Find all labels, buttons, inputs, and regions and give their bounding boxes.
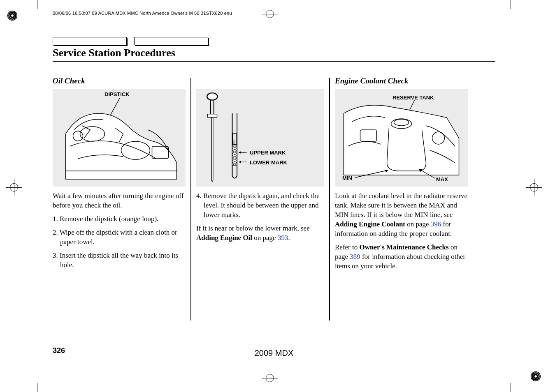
ref-adding-engine-coolant: Adding Engine Coolant	[335, 220, 405, 228]
svg-marker-43	[239, 151, 241, 154]
text-fragment: .	[288, 234, 290, 242]
oil-intro-text: Wait a few minutes after turning the eng…	[53, 191, 186, 210]
trim-line	[530, 15, 548, 15]
coolant-check-heading: Engine Coolant Check	[335, 76, 468, 85]
columns-container: Oil Check DIPSTICK	[53, 76, 495, 323]
oil-lower-mark-text: If it is near or below the lower mark, s…	[196, 224, 324, 243]
trim-line	[0, 15, 18, 15]
figure-reserve-tank: RESERVE TANK MIN MAX	[335, 89, 468, 187]
oil-step-2: 2. Wipe off the dipstick with a clean cl…	[60, 228, 186, 247]
column-1: Oil Check DIPSTICK	[53, 76, 190, 323]
trim-line	[511, 0, 511, 9]
svg-text:RCA: RCA	[232, 138, 235, 143]
trim-line	[37, 0, 37, 9]
oil-check-heading: Oil Check	[53, 76, 186, 85]
text-fragment: If it is near or below the lower mark, s…	[196, 224, 310, 232]
trim-line	[530, 377, 548, 377]
svg-marker-45	[239, 161, 241, 163]
page-body: Service Station Procedures Oil Check DIP…	[53, 37, 495, 323]
coolant-diagram-icon	[335, 89, 468, 187]
tab-boxes	[53, 37, 495, 45]
tab-box	[53, 37, 127, 45]
crosshair-left-icon	[6, 179, 22, 196]
footer-model-year: 2009 MDX	[0, 348, 548, 358]
print-registration-mark-tl	[7, 10, 18, 21]
page-link-396[interactable]: 396	[431, 220, 441, 228]
page-link-393[interactable]: 393	[278, 234, 288, 242]
ref-owners-maintenance-checks: Owner's Maintenance Checks	[359, 243, 448, 251]
crosshair-bottom-icon	[262, 370, 278, 386]
trim-line	[511, 383, 511, 392]
svg-rect-18	[207, 114, 217, 118]
coolant-p1: Look at the coolant level in the radiato…	[335, 191, 468, 239]
crosshair-right-icon	[526, 179, 542, 196]
page-title: Service Station Procedures	[53, 47, 495, 59]
figure-dipstick-marks: UPPER MARK LOWER MARK	[196, 89, 324, 187]
oil-step-3: 3. Insert the dipstick all the way back …	[60, 251, 186, 270]
oil-step-4: 4. Remove the dipstick again, and check …	[204, 191, 324, 220]
trim-line	[0, 377, 18, 377]
text-fragment: on page	[252, 234, 278, 242]
column-2: UPPER MARK LOWER MARK	[191, 76, 329, 323]
tab-box	[134, 37, 208, 45]
ref-adding-engine-oil: Adding Engine Oil	[196, 234, 252, 242]
figure-dipstick: DIPSTICK	[53, 89, 186, 187]
svg-point-15	[207, 93, 217, 100]
text-fragment: on page	[405, 220, 431, 228]
title-rule	[53, 61, 495, 62]
engine-diagram-icon	[53, 89, 186, 187]
crosshair-top-icon	[262, 6, 278, 22]
dipstick-diagram-icon: RCA	[196, 89, 324, 187]
coolant-p2: Refer to Owner's Maintenance Checks on p…	[335, 243, 468, 271]
page-link-389[interactable]: 389	[350, 253, 360, 261]
text-fragment: Look at the coolant level in the radiato…	[335, 192, 467, 219]
column-3: Engine Coolant Check RESERVE TANK MIN MA…	[330, 76, 468, 323]
print-registration-mark-br	[530, 371, 541, 382]
text-fragment: Refer to	[335, 243, 359, 251]
trim-line	[37, 383, 37, 392]
oil-step-1: 1. Remove the dipstick (orange loop).	[60, 214, 186, 224]
print-header-slug: 08/06/06 16:58:07 09 ACURA MDX MMC North…	[53, 11, 232, 16]
